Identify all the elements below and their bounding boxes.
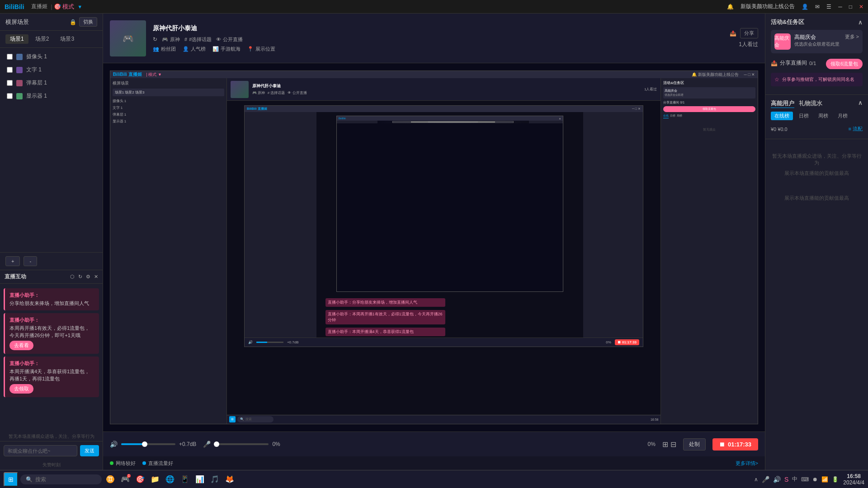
location-stat[interactable]: 📍 展示位置 bbox=[247, 46, 275, 52]
scene-item-camera[interactable]: 摄像头 1 bbox=[0, 50, 103, 63]
taskbar-browser-icon[interactable]: 🌐 bbox=[164, 473, 176, 486]
control-icons: ⊞ ⊟ bbox=[662, 440, 676, 449]
volume-control: 🔊 +0.7dB bbox=[110, 441, 196, 448]
claim-flow-btn[interactable]: 领取6流量包 bbox=[826, 59, 863, 69]
switch-btn[interactable]: 切换 bbox=[79, 17, 97, 27]
share-area: 📤 分享 bbox=[730, 28, 758, 38]
tray-expand-icon[interactable]: ∧ bbox=[754, 476, 758, 483]
close-panel-icon[interactable]: ✕ bbox=[94, 274, 98, 280]
followers-icon: 👥 bbox=[153, 46, 159, 52]
interact-title: 直播互动 bbox=[5, 273, 26, 281]
event-more-link[interactable]: 更多 > bbox=[845, 33, 859, 50]
scene-item-text[interactable]: 文字 1 bbox=[0, 63, 103, 76]
lock-icon[interactable]: 🔒 bbox=[70, 19, 76, 25]
chat-input[interactable] bbox=[4, 445, 77, 456]
event-section: 活动&任务区 ∧ 高能庆会 高能庆会 优选庆会众联君莅此里 更多 > 📤 bbox=[765, 14, 868, 95]
hashtag-tag[interactable]: # #选择话题 bbox=[184, 36, 212, 43]
tab-online[interactable]: 在线榜 bbox=[771, 112, 793, 120]
start-button[interactable]: ⊞ bbox=[4, 472, 18, 487]
remove-scene-btn[interactable]: - bbox=[24, 256, 37, 266]
balance-display: ¥0 ¥0.0 bbox=[771, 127, 788, 132]
volume-slider[interactable] bbox=[121, 443, 175, 445]
collapse-icon[interactable]: ∧ bbox=[858, 19, 863, 26]
refresh-stream-icon[interactable]: ↻ bbox=[153, 36, 157, 43]
task-text: 分享参与推销官，可解锁房间同名名 bbox=[782, 76, 854, 83]
mixer-icon[interactable]: ⊞ bbox=[662, 440, 668, 449]
user-section: 高能用户 礼物流水 ∧ 在线榜 日榜 周榜 月榜 ¥0 ¥0.0 ≡ 流配 bbox=[765, 95, 868, 139]
empty-message: 暂无本场直播观众进场，关注、分享等行为 展示本场直播能的贡献值最高 展示本场直播… bbox=[771, 144, 863, 214]
taskbar-steam-icon[interactable]: 🎯 bbox=[134, 473, 146, 486]
mail-icon[interactable]: ✉ bbox=[815, 4, 820, 10]
scene-tab-1[interactable]: 场景1 bbox=[5, 34, 28, 44]
more-details-link[interactable]: 更多详情> bbox=[736, 460, 758, 467]
wifi-icon[interactable]: 📶 bbox=[821, 476, 828, 483]
menu-icon[interactable]: ☰ bbox=[826, 4, 831, 10]
system-clock[interactable]: 16:58 2024/4/4 bbox=[843, 473, 864, 486]
gift-label[interactable]: 礼物流水 bbox=[799, 99, 822, 108]
add-scene-btn[interactable]: + bbox=[5, 256, 20, 266]
share-broadcast-section: 📤 分享直播间 0/1 领取6流量包 bbox=[771, 57, 863, 69]
location-icon: 📍 bbox=[247, 46, 254, 52]
cn-icon[interactable]: 中 bbox=[792, 475, 797, 483]
interact-msg-2: 直播小助手： 本周再开播1有效天，必得1流量包，今天再开播26分钟，即可+1天哦… bbox=[4, 313, 99, 354]
top-notice[interactable]: 新版美颜功能上线公告 bbox=[741, 3, 795, 10]
network-bar: 网络较好 直播流量好 更多详情> bbox=[103, 456, 765, 470]
watch-btn[interactable]: 去看看 bbox=[9, 341, 33, 350]
levels-icon[interactable]: ⊟ bbox=[670, 440, 676, 449]
stop-stream-button[interactable]: ⏹ 01:17:33 bbox=[712, 438, 758, 450]
taskbar-app4-icon[interactable]: 🦊 bbox=[223, 473, 236, 486]
record-icon[interactable]: ⏺ bbox=[812, 476, 818, 483]
expand-icon[interactable]: ⬡ bbox=[70, 274, 75, 280]
refresh-icon[interactable]: ↻ bbox=[78, 274, 82, 280]
scene-item-monitor[interactable]: 显示器 1 bbox=[0, 89, 103, 103]
mic-tray-icon[interactable]: 🎤 bbox=[762, 476, 769, 483]
taskbar-app2-icon[interactable]: 📊 bbox=[193, 473, 206, 486]
taskbar-app1-icon[interactable]: 📱 bbox=[179, 473, 191, 486]
power-icon: ⏹ bbox=[719, 441, 725, 448]
mixer-button[interactable]: 处制 bbox=[683, 438, 706, 450]
broadcast-notice: ☆ 分享参与推销官，可解锁房间同名名 bbox=[771, 73, 863, 86]
minimize-btn[interactable]: ─ bbox=[838, 4, 842, 10]
windows-icon: ⊞ bbox=[8, 476, 14, 483]
mic-slider[interactable] bbox=[214, 443, 269, 445]
send-button[interactable]: 发送 bbox=[80, 445, 99, 456]
tab-monthly[interactable]: 月榜 bbox=[834, 112, 851, 120]
handheld-stat[interactable]: 📊 手游航海 bbox=[212, 46, 241, 52]
taskbar-game-icon[interactable]: 🎮 1 bbox=[119, 473, 132, 486]
event-card: 高能庆会 高能庆会 优选庆会众联君莅此里 更多 > bbox=[771, 30, 863, 53]
stream-thumbnail: 🎮 bbox=[110, 20, 146, 56]
search-box[interactable]: 🔍 bbox=[20, 474, 102, 484]
close-btn[interactable]: ✕ bbox=[859, 4, 863, 10]
interact-msg-3: 直播小助手： 本周开播满4天，恭喜获得1流量包，再播1天，再得1流量包 去领取 bbox=[4, 357, 99, 397]
taskbar-folder-icon[interactable]: 📁 bbox=[149, 473, 161, 486]
taskbar-app3-icon[interactable]: 🎵 bbox=[208, 473, 221, 486]
scene-tab-3[interactable]: 场景3 bbox=[56, 34, 79, 44]
visibility-tag[interactable]: 👁 公开直播 bbox=[216, 36, 243, 43]
section-collapse-icon[interactable]: ∧ bbox=[858, 99, 863, 108]
taskbar-bilibili-icon[interactable]: ♊ bbox=[104, 473, 117, 486]
barrage-icon bbox=[16, 80, 23, 86]
followers-stat[interactable]: 👥 粉丝团 bbox=[153, 46, 176, 52]
keyboard-icon[interactable]: ⌨ bbox=[801, 476, 809, 483]
settings-icon[interactable]: ⚙ bbox=[86, 274, 90, 280]
high-user-label[interactable]: 高能用户 bbox=[771, 99, 794, 108]
maximize-btn[interactable]: □ bbox=[849, 4, 852, 10]
scene-tab-2[interactable]: 场景2 bbox=[31, 34, 54, 44]
search-input[interactable] bbox=[35, 476, 90, 483]
stream-right-info: 📤 分享 1人看过 bbox=[730, 28, 758, 48]
category-tag[interactable]: 🎮 原神 bbox=[162, 36, 180, 43]
interact-msg-1: 直播小助手： 分享给朋友来捧场，增加直播间人气 bbox=[4, 288, 99, 310]
volume-tray-icon[interactable]: 🔊 bbox=[773, 476, 781, 483]
tab-daily[interactable]: 日榜 bbox=[795, 112, 812, 120]
interact-messages: 直播小助手： 分享给朋友来捧场，增加直播间人气 直播小助手： 本周再开播1有效天… bbox=[0, 284, 103, 432]
claim-btn[interactable]: 去领取 bbox=[9, 384, 33, 394]
mode-label: 🎯 模式 bbox=[54, 3, 75, 11]
avatar-icon[interactable]: 👤 bbox=[802, 4, 808, 10]
scene-item-barrage[interactable]: 弹幕层 1 bbox=[0, 76, 103, 89]
event-sub: 优选庆会众联君莅此里 bbox=[794, 41, 841, 47]
popular-stat[interactable]: 👤 人气榜 bbox=[183, 46, 206, 52]
mic-percent: 0% bbox=[272, 441, 280, 447]
tab-weekly[interactable]: 周榜 bbox=[815, 112, 832, 120]
share-button[interactable]: 分享 bbox=[740, 28, 758, 38]
bilibili-tray-icon[interactable]: S bbox=[784, 476, 788, 483]
